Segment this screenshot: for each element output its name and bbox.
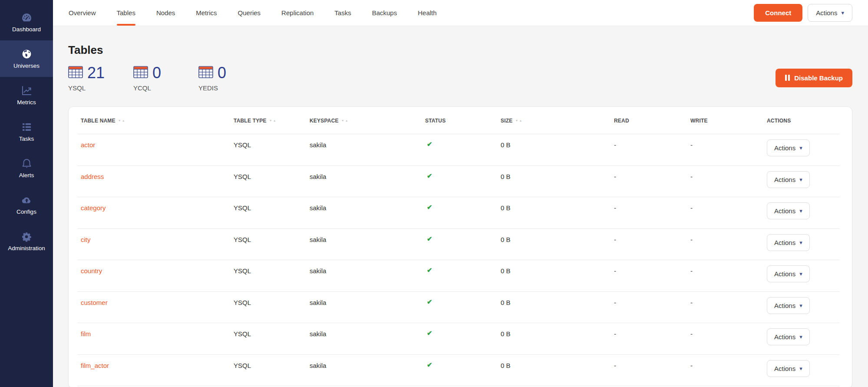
table-grid-icon (198, 66, 213, 80)
actions-cell: Actions ▾ (767, 260, 852, 292)
sidebar-item-dashboard[interactable]: Dashboard (0, 4, 53, 40)
caret-down-icon: ▾ (799, 145, 802, 151)
sidebar-item-configs[interactable]: Configs (0, 186, 53, 223)
table-type-cell: YSQL (234, 197, 310, 229)
table-grid-icon (68, 66, 83, 80)
read-cell: - (614, 166, 690, 198)
stat-yedis: 0 YEDIS (198, 64, 264, 92)
tab-overview[interactable]: Overview (69, 0, 96, 26)
stat-ysql: 21 YSQL (68, 64, 133, 92)
cloud-upload-icon (21, 194, 33, 206)
sort-icon: ▼▲ (118, 119, 126, 122)
status-cell: ✔ (425, 323, 501, 355)
caret-down-icon: ▾ (799, 240, 802, 245)
status-ok-icon: ✔ (427, 203, 432, 211)
size-cell: 0 B (501, 292, 614, 324)
write-cell: - (690, 260, 767, 292)
size-cell: 0 B (501, 260, 614, 292)
table-row: film YSQL sakila ✔ 0 B - - (69, 323, 852, 355)
table-name-link[interactable]: category (81, 204, 106, 212)
table-type-cell: YSQL (234, 134, 310, 166)
tab-metrics[interactable]: Metrics (196, 0, 217, 26)
column-header-write: WRITE (690, 118, 767, 124)
table-name-link[interactable]: address (81, 173, 104, 180)
caret-down-icon: ▾ (799, 208, 802, 214)
column-header-table-name[interactable]: TABLE NAME ▼▲ (81, 118, 234, 124)
column-header-status: STATUS (425, 118, 501, 124)
actions-cell: Actions ▾ (767, 197, 852, 229)
tab-tables[interactable]: Tables (117, 0, 135, 26)
table-type-cell: YSQL (234, 260, 310, 292)
row-actions-dropdown[interactable]: Actions ▾ (767, 297, 810, 314)
table-name-link[interactable]: film (81, 330, 91, 337)
tab-queries[interactable]: Queries (238, 0, 261, 26)
gauge-icon (21, 12, 33, 23)
row-actions-dropdown[interactable]: Actions ▾ (767, 202, 810, 219)
keyspace-cell: sakila (310, 323, 425, 355)
keyspace-cell: sakila (310, 134, 425, 166)
status-cell: ✔ (425, 134, 501, 166)
row-actions-dropdown[interactable]: Actions ▾ (767, 171, 810, 188)
stat-count: 0 (218, 64, 226, 82)
disable-backup-button[interactable]: Disable Backup (776, 69, 852, 87)
table-name-link[interactable]: city (81, 236, 91, 243)
tab-tasks[interactable]: Tasks (334, 0, 351, 26)
size-cell: 0 B (501, 166, 614, 198)
row-actions-dropdown[interactable]: Actions ▾ (767, 360, 810, 377)
table-type-cell: YSQL (234, 229, 310, 261)
table-row: category YSQL sakila ✔ 0 B - - (69, 197, 852, 229)
table-name-cell: customer (81, 292, 234, 324)
sidebar-item-alerts[interactable]: Alerts (0, 150, 53, 186)
table-type-cell: YSQL (234, 323, 310, 355)
keyspace-cell: sakila (310, 166, 425, 198)
row-actions-dropdown[interactable]: Actions ▾ (767, 265, 810, 282)
keyspace-cell: sakila (310, 260, 425, 292)
table-name-link[interactable]: film_actor (81, 362, 109, 369)
column-header-size[interactable]: SIZE ▼▲ (501, 118, 614, 124)
table-body: actor YSQL sakila ✔ 0 B - - (69, 134, 852, 386)
universe-actions-dropdown[interactable]: Actions ▾ (808, 4, 852, 22)
sidebar-item-administration[interactable]: Administration (0, 223, 53, 259)
row-actions-dropdown[interactable]: Actions ▾ (767, 328, 810, 345)
status-ok-icon: ✔ (427, 266, 432, 274)
table-name-cell: film_actor (81, 355, 234, 387)
row-actions-dropdown[interactable]: Actions ▾ (767, 139, 810, 156)
table-name-link[interactable]: country (81, 267, 102, 275)
write-cell: - (690, 323, 767, 355)
table-row: film_actor YSQL sakila ✔ 0 B - - (69, 355, 852, 387)
stat-label: YSQL (68, 84, 133, 92)
sidebar-item-tasks[interactable]: Tasks (0, 113, 53, 150)
column-header-table-type[interactable]: TABLE TYPE ▼▲ (234, 118, 310, 124)
table-name-link[interactable]: actor (81, 141, 95, 149)
tab-backups[interactable]: Backups (372, 0, 397, 26)
column-header-keyspace[interactable]: KEYSPACE ▼▲ (310, 118, 425, 124)
size-cell: 0 B (501, 134, 614, 166)
table-name-cell: actor (81, 134, 234, 166)
tab-nodes[interactable]: Nodes (156, 0, 175, 26)
bell-icon (21, 158, 33, 169)
status-ok-icon: ✔ (427, 361, 432, 368)
sort-icon: ▼▲ (269, 119, 277, 122)
read-cell: - (614, 355, 690, 387)
table-type-cell: YSQL (234, 355, 310, 387)
pause-icon (785, 75, 790, 81)
keyspace-cell: sakila (310, 355, 425, 387)
caret-down-icon: ▾ (799, 303, 802, 308)
sidebar-item-universes[interactable]: Universes (0, 40, 53, 77)
tab-replication[interactable]: Replication (281, 0, 314, 26)
sidebar: Dashboard Universes (0, 0, 53, 387)
stat-ycql: 0 YCQL (133, 64, 198, 92)
globe-icon (21, 48, 33, 60)
sidebar-item-metrics[interactable]: Metrics (0, 77, 53, 113)
size-cell: 0 B (501, 323, 614, 355)
sidebar-item-label: Administration (8, 245, 45, 251)
table-name-link[interactable]: customer (81, 299, 108, 306)
tab-health[interactable]: Health (418, 0, 436, 26)
status-ok-icon: ✔ (427, 172, 432, 179)
connect-button[interactable]: Connect (754, 4, 802, 22)
universe-tab-bar: Overview Tables Nodes Metrics Queries Re… (53, 0, 868, 26)
write-cell: - (690, 229, 767, 261)
read-cell: - (614, 292, 690, 324)
row-actions-dropdown[interactable]: Actions ▾ (767, 234, 810, 251)
gear-icon (21, 231, 32, 242)
